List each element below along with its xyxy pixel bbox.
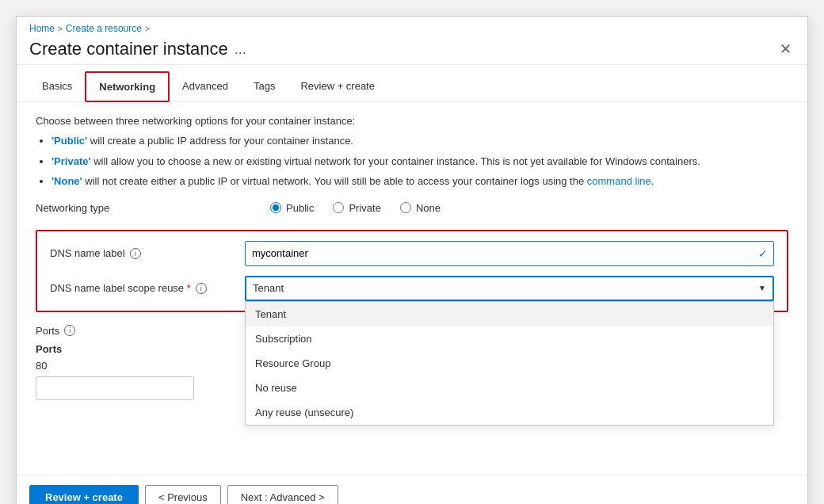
dns-scope-dropdown-menu: Tenant Subscription Resource Group No re… xyxy=(245,301,774,426)
port-new-input[interactable] xyxy=(36,376,194,400)
content-area: Choose between three networking options … xyxy=(17,102,807,475)
radio-none[interactable]: None xyxy=(400,202,441,214)
page-title-row: Create container instance ... ✕ xyxy=(29,37,795,61)
tab-networking[interactable]: Networking xyxy=(85,71,170,102)
radio-none-input[interactable] xyxy=(400,202,411,213)
networking-type-label: Networking type xyxy=(36,202,258,214)
page-title: Create container instance ... xyxy=(29,39,246,59)
dns-name-label-col: DNS name label i xyxy=(50,247,232,259)
radio-public[interactable]: Public xyxy=(270,202,314,214)
networking-type-radio-group: Public Private None xyxy=(270,202,441,214)
close-button[interactable]: ✕ xyxy=(776,37,795,61)
dns-scope-info-icon[interactable]: i xyxy=(196,283,207,294)
ports-label-text: Ports xyxy=(36,325,59,337)
dns-scope-option-noreuse[interactable]: No reuse xyxy=(246,376,773,400)
dropdown-chevron-icon: ▼ xyxy=(758,284,766,292)
portal-window: Home > Create a resource > Create contai… xyxy=(16,16,808,504)
dns-scope-option-anyreuse[interactable]: Any reuse (unsecure) xyxy=(246,400,773,425)
review-create-button[interactable]: Review + create xyxy=(29,485,139,504)
previous-button[interactable]: < Previous xyxy=(145,485,221,504)
dns-name-info-icon[interactable]: i xyxy=(130,248,141,259)
description-list: 'Public' will create a public IP address… xyxy=(36,133,788,189)
radio-public-input[interactable] xyxy=(270,202,281,213)
breadcrumb-sep1: > xyxy=(58,25,63,33)
portal-header: Home > Create a resource > Create contai… xyxy=(17,17,807,65)
dns-name-input[interactable] xyxy=(245,241,774,266)
radio-public-label: Public xyxy=(286,202,314,214)
dns-name-check-icon: ✓ xyxy=(758,247,768,260)
dns-scope-label-col: DNS name label scope reuse * i xyxy=(50,282,232,294)
ports-info-icon[interactable]: i xyxy=(64,325,75,336)
dns-name-input-wrapper: ✓ xyxy=(245,241,774,266)
dns-section: DNS name label i ✓ DNS name label scope … xyxy=(36,230,788,312)
tab-advanced[interactable]: Advanced xyxy=(170,72,241,101)
breadcrumb: Home > Create a resource > xyxy=(29,23,795,34)
description-box: Choose between three networking options … xyxy=(36,115,788,189)
breadcrumb-home[interactable]: Home xyxy=(29,23,55,34)
desc-none: 'None' will not create either a public I… xyxy=(52,174,788,189)
breadcrumb-sep2: > xyxy=(145,25,150,33)
tab-basics[interactable]: Basics xyxy=(29,72,85,101)
page-title-ellipsis[interactable]: ... xyxy=(235,41,246,58)
tabs-row: Basics Networking Advanced Tags Review +… xyxy=(17,71,807,102)
desc-private: 'Private' will allow you to choose a new… xyxy=(52,154,788,170)
radio-private-label: Private xyxy=(349,202,380,214)
dns-scope-option-resourcegroup[interactable]: Resource Group xyxy=(246,351,773,376)
dns-scope-label-text: DNS name label scope reuse * xyxy=(50,282,191,294)
desc-public: 'Public' will create a public IP address… xyxy=(52,133,788,149)
dns-name-label-row: DNS name label i ✓ xyxy=(50,241,774,266)
tab-tags[interactable]: Tags xyxy=(241,72,288,101)
dns-scope-option-tenant[interactable]: Tenant xyxy=(246,302,773,326)
tab-review-create[interactable]: Review + create xyxy=(288,72,387,101)
networking-type-row: Networking type Public Private None xyxy=(36,202,788,214)
description-intro: Choose between three networking options … xyxy=(36,115,788,127)
footer-bar: Review + create < Previous Next : Advanc… xyxy=(17,475,807,504)
next-button[interactable]: Next : Advanced > xyxy=(227,485,338,504)
dns-scope-reuse-row: DNS name label scope reuse * i Tenant ▼ … xyxy=(50,276,774,301)
radio-private-input[interactable] xyxy=(333,202,344,213)
dns-scope-dropdown-wrapper: Tenant ▼ Tenant Subscription Resource Gr… xyxy=(245,276,774,301)
radio-none-label: None xyxy=(416,202,441,214)
command-line-link[interactable]: command line xyxy=(587,175,651,187)
dns-name-label-text: DNS name label xyxy=(50,247,125,259)
radio-private[interactable]: Private xyxy=(333,202,380,214)
dns-scope-selected-value: Tenant xyxy=(253,282,284,294)
breadcrumb-create-resource[interactable]: Create a resource xyxy=(66,23,142,34)
dns-scope-dropdown-btn[interactable]: Tenant ▼ xyxy=(245,276,774,301)
port-value-80: 80 xyxy=(36,360,83,372)
dns-scope-option-subscription[interactable]: Subscription xyxy=(246,326,773,351)
